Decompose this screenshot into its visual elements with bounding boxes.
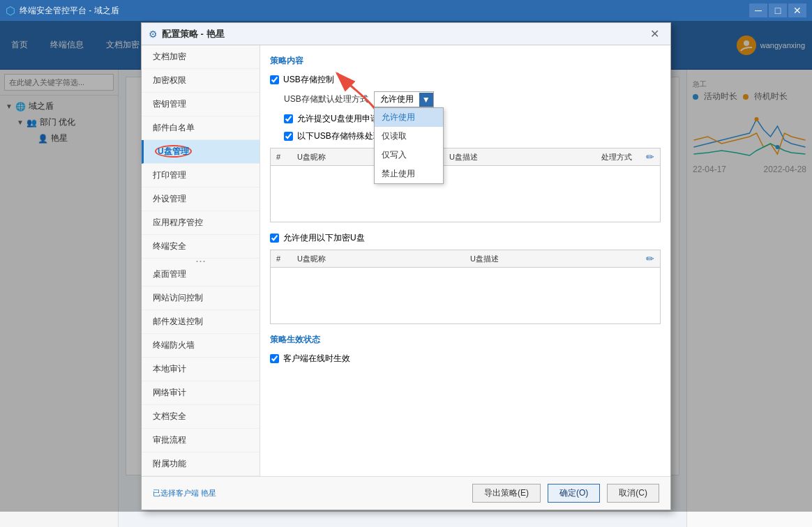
policy-effect-section: 策略生效状态 客户端在线时生效 [270, 334, 661, 365]
dropdown-option-deny[interactable]: 禁止使用 [375, 165, 443, 183]
minimize-button[interactable]: ─ [749, 3, 767, 17]
nav-addon[interactable]: 附属功能 [142, 452, 260, 476]
export-policy-button[interactable]: 导出策略(E) [472, 484, 541, 503]
nav-mail-send[interactable]: 邮件发送控制 [142, 310, 260, 334]
nav-doc-encrypt[interactable]: 文档加密 [142, 45, 260, 69]
dialog-nav: 文档加密 加密权限 密钥管理 邮件白名单 U盘管理 [142, 45, 260, 476]
nav-network-audit[interactable]: 网络审计 [142, 381, 260, 405]
dialog-title-left: ⚙ 配置策略 - 艳星 [149, 28, 225, 40]
cancel-button[interactable]: 取消(C) [607, 484, 659, 503]
allow-submit-label: 允许提交U盘使用申请 [297, 113, 379, 125]
maximize-button[interactable]: □ [769, 3, 787, 17]
col-hash-1: # [276, 153, 297, 161]
nav-firewall[interactable]: 终端防火墙 [142, 334, 260, 358]
dropdown-display[interactable]: 允许使用 ▼ [374, 91, 434, 107]
nav-local-audit[interactable]: 本地审计 [142, 358, 260, 381]
window-controls: ─ □ ✕ [749, 3, 806, 17]
nav-usb-mgmt-circle: U盘管理 [155, 145, 192, 158]
usb-storage-control-checkbox[interactable] [270, 75, 279, 84]
special-usb-checkbox[interactable] [284, 132, 293, 141]
nav-website-control[interactable]: 网站访问控制 [142, 287, 260, 310]
table1-body [271, 166, 660, 222]
dialog-overlay: ⚙ 配置策略 - 艳星 ✕ 文档加密 加密权限 密钥管理 [0, 21, 812, 512]
selected-client-label: 已选择客户端 艳星 [153, 488, 465, 498]
confirm-button[interactable]: 确定(O) [548, 484, 600, 503]
title-bar: ⬡ 终端安全管控平台 - 域之盾 ─ □ ✕ [0, 0, 812, 21]
gear-icon: ⚙ [149, 29, 158, 40]
allow-submit-row: 允许提交U盘使用申请 [284, 113, 661, 125]
allow-submit-checkbox[interactable] [284, 114, 293, 123]
dialog-body: 文档加密 加密权限 密钥管理 邮件白名单 U盘管理 [142, 45, 670, 476]
dialog-title-bar: ⚙ 配置策略 - 艳星 ✕ [142, 23, 670, 45]
nav-approval[interactable]: 审批流程 [142, 429, 260, 452]
nav-encrypt-perm[interactable]: 加密权限 [142, 69, 260, 93]
app-title: 终端安全管控平台 - 域之盾 [20, 5, 119, 17]
special-usb-label: 以下USB存储特殊处理 [297, 130, 382, 142]
allow-encrypted-usb-row: 允许使用以下加密U盘 [270, 232, 661, 244]
online-effect-row: 客户端在线时生效 [270, 353, 661, 365]
config-dialog: ⚙ 配置策略 - 艳星 ✕ 文档加密 加密权限 密钥管理 [141, 22, 671, 510]
col-hash-2: # [276, 254, 297, 263]
table2-edit-icon[interactable]: ✏ [646, 253, 654, 264]
dropdown-option-readonly[interactable]: 仅读取 [375, 127, 443, 146]
dropdown-selected-value: 允许使用 [375, 92, 419, 107]
dropdown-arrow-icon[interactable]: ▼ [419, 93, 433, 107]
title-bar-left: ⬡ 终端安全管控平台 - 域之盾 [6, 4, 119, 17]
usb-table-1: # U盘昵称 U盘描述 处理方式 ✏ [270, 148, 661, 222]
usb-table-2: # U盘昵称 U盘描述 ✏ [270, 250, 661, 324]
dialog-content: 策略内容 USB存储控制 USB存储默认处理方式 允许使用 ▼ [260, 45, 670, 476]
nav-key-mgmt[interactable]: 密钥管理 [142, 93, 260, 116]
section-title-policy: 策略内容 [270, 55, 661, 67]
default-handling-label: USB存储默认处理方式 [284, 93, 368, 105]
col-usb-desc-2: U盘描述 [470, 254, 643, 264]
dialog-close-button[interactable]: ✕ [646, 26, 663, 42]
allow-encrypted-usb-label: 允许使用以下加密U盘 [283, 232, 365, 244]
section-title-effect: 策略生效状态 [270, 334, 661, 346]
default-handling-row: USB存储默认处理方式 允许使用 ▼ 允许使用 仅读取 仅写入 [284, 91, 661, 107]
nav-print-mgmt[interactable]: 打印管理 [142, 164, 260, 188]
nav-external-mgmt[interactable]: 外设管理 [142, 188, 260, 211]
dialog-title-text: 配置策略 - 艳星 [162, 28, 225, 40]
dropdown-option-writeonly[interactable]: 仅写入 [375, 146, 443, 165]
nav-mail-whitelist[interactable]: 邮件白名单 [142, 116, 260, 140]
online-effect-checkbox[interactable] [270, 354, 279, 363]
table1-edit-icon[interactable]: ✏ [646, 151, 654, 162]
usb-storage-control-label: USB存储控制 [283, 74, 334, 86]
dialog-footer: 已选择客户端 艳星 导出策略(E) 确定(O) 取消(C) [142, 476, 670, 510]
usb-storage-control-row: USB存储控制 [270, 74, 661, 86]
app-logo-icon: ⬡ [6, 4, 15, 17]
special-usb-row: 以下USB存储特殊处理 [284, 130, 661, 142]
default-handling-dropdown[interactable]: 允许使用 ▼ 允许使用 仅读取 仅写入 禁止使用 [374, 91, 434, 107]
col-usb-desc-1: U盘描述 [449, 152, 601, 162]
col-handling: 处理方式 [601, 152, 643, 162]
nav-usb-mgmt[interactable]: U盘管理 [142, 140, 260, 164]
nav-app-control[interactable]: 应用程序管控 [142, 211, 260, 235]
dropdown-menu: 允许使用 仅读取 仅写入 禁止使用 [374, 107, 444, 184]
close-button[interactable]: ✕ [788, 3, 806, 17]
col-usb-name-2: U盘昵称 [297, 254, 470, 264]
dropdown-option-allow[interactable]: 允许使用 [375, 108, 443, 127]
table2-body [271, 268, 660, 323]
nav-doc-security[interactable]: 文档安全 [142, 405, 260, 429]
allow-encrypted-usb-checkbox[interactable] [270, 234, 279, 243]
online-effect-label: 客户端在线时生效 [283, 353, 350, 365]
